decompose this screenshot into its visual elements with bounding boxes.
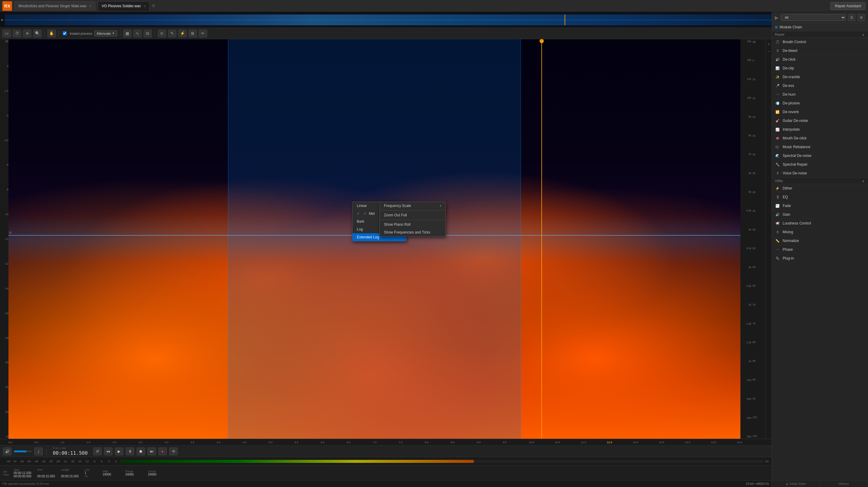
sidebar-item-mouth-de-click[interactable]: 👄 Mouth De-click — [772, 134, 868, 143]
volume-btn[interactable]: 🔊 — [3, 448, 11, 455]
attentuate-dropdown[interactable]: Attenuate ▼ — [94, 30, 117, 36]
tab-add-button[interactable]: ≡ — [152, 3, 164, 9]
time-display: h:m:s.ms 00:00:11.500 — [53, 447, 88, 456]
select-tool-button[interactable]: ▭ — [2, 30, 11, 37]
spectrogram-view-btn[interactable]: ▦ — [123, 30, 131, 37]
dither-icon: ⚡ — [775, 186, 780, 191]
vu-inf-label: -Inf — [3, 460, 10, 463]
breath-control-icon: 🎵 — [775, 39, 780, 45]
tab-mouthclicks[interactable]: Mouthclicks and Plosives Singer Male.wav… — [14, 1, 95, 11]
initial-state-tab-up-arrow: ▲ — [785, 482, 789, 486]
repair-section-header[interactable]: Repair ▲ — [772, 31, 868, 38]
tab-vo-plosives-close[interactable]: × — [144, 4, 146, 8]
sidebar-item-music-rebalance[interactable]: 🎼 Music Rebalance — [772, 143, 868, 151]
tab-vo-plosives[interactable]: VO Plosives Soldier.wav × — [98, 1, 150, 11]
sidebar-item-de-bleed[interactable]: 🎚 De-bleed — [772, 47, 868, 55]
de-clip-icon: 📊 — [775, 65, 780, 71]
module-chain-icon: ⊞ — [775, 25, 778, 29]
sm-separator-1 — [380, 210, 445, 211]
sm-show-piano-roll[interactable]: Show Piano Roll — [380, 220, 445, 229]
fade-label: Fade — [783, 204, 865, 208]
sidebar-item-guitar-de-noise[interactable]: 🎸 Guitar De-noise — [772, 117, 868, 125]
loudness-control-label: Loudness Control — [783, 221, 865, 225]
sidebar-item-de-reverb[interactable]: 🔁 De-reverb — [772, 108, 868, 117]
freq-select-button[interactable]: ≋ — [23, 30, 31, 37]
sidebar-item-de-hum[interactable]: 〰 De-hum — [772, 90, 868, 99]
right-panel-expand-icon[interactable]: ▶ — [775, 15, 778, 21]
module-filter-dropdown[interactable]: All — [781, 14, 846, 21]
ruler-btn[interactable]: ⊞ — [188, 30, 197, 37]
pencil-btn[interactable]: ✏ — [199, 30, 207, 37]
sidebar-item-de-plosive[interactable]: 💨 De-plosive — [772, 99, 868, 108]
sidebar-item-de-crackle[interactable]: ✨ De-crackle — [772, 73, 868, 82]
hand-tool-button[interactable]: ✋ — [48, 30, 56, 37]
zoom-in-icon[interactable]: + — [767, 42, 770, 47]
sidebar-item-voice-de-noise[interactable]: 🎙 Voice De-noise — [772, 169, 868, 178]
metronome-btn[interactable]: ♩ — [34, 448, 43, 455]
utility-section-header[interactable]: Utility ▲ — [772, 178, 868, 184]
sidebar-item-dither[interactable]: ⚡ Dither — [772, 184, 868, 193]
play-btn[interactable]: ▶ — [115, 448, 123, 455]
volume-slider[interactable] — [14, 451, 32, 452]
time-select-button[interactable]: ⏱ — [13, 30, 21, 37]
playhead — [541, 39, 542, 439]
repair-assistant-button[interactable]: Repair Assistant — [830, 2, 866, 10]
sidebar-item-breath-control[interactable]: 🎵 Breath Control — [772, 38, 868, 47]
loop-mode-btn[interactable]: ⟲ — [169, 448, 178, 455]
loudness-control-icon: 📢 — [775, 220, 780, 226]
dither-label: Dither — [783, 186, 865, 190]
record-btn[interactable]: ● — [158, 448, 167, 455]
waveform-view-btn[interactable]: ∿ — [133, 30, 142, 37]
zoom-out-icon[interactable]: − — [767, 49, 770, 54]
magic-wand-btn[interactable]: ⚡ — [178, 30, 187, 37]
loop-btn[interactable]: ↺ — [93, 448, 102, 455]
instant-process-checkbox[interactable] — [63, 31, 67, 35]
module-list-view-btn[interactable]: ☰ — [848, 14, 855, 21]
pause-btn[interactable]: ⏸ — [126, 448, 134, 455]
de-click-label: De-click — [783, 57, 865, 62]
info-cursor-section: Cursor 24000 — [148, 470, 165, 476]
sidebar-item-loudness-control[interactable]: 📢 Loudness Control — [772, 219, 868, 228]
right-panel-spacer — [772, 263, 868, 480]
mini-waveform[interactable]: ▶ — [0, 12, 772, 28]
sidebar-item-spectral-repair[interactable]: 🔧 Spectral Repair — [772, 160, 868, 169]
forward-btn[interactable]: ⏭ — [148, 448, 156, 455]
sm-frequency-scale-arrow: › — [440, 204, 441, 208]
sidebar-item-mixing[interactable]: 🎚 Mixing — [772, 228, 868, 237]
sidebar-item-de-click[interactable]: 🔊 De-click — [772, 55, 868, 64]
sidebar-item-phase[interactable]: 〰 Phase — [772, 245, 868, 254]
sm-frequency-scale[interactable]: Frequency Scale › — [380, 202, 445, 210]
sidebar-item-de-clip[interactable]: 📊 De-clip — [772, 64, 868, 73]
sidebar-item-eq[interactable]: 🎛 EQ — [772, 193, 868, 202]
both-view-btn[interactable]: ⊟ — [144, 30, 152, 37]
module-chain-bar[interactable]: ⊞ Module Chain — [772, 23, 868, 31]
zoom-button[interactable]: 🔍 — [33, 30, 42, 37]
sm-show-frequencies[interactable]: Show Frequencies and Ticks — [380, 229, 445, 236]
module-settings-btn[interactable]: ⚙ — [858, 14, 865, 21]
mini-waveform-expand[interactable]: ▶ — [0, 18, 5, 22]
cm-mel-label: Mel — [369, 212, 375, 216]
sidebar-item-de-ess[interactable]: 🎤 De-ess — [772, 82, 868, 90]
spectral-de-noise-icon: 🌊 — [775, 153, 780, 158]
history-tab[interactable]: History — [820, 480, 868, 487]
sidebar-item-spectral-de-noise[interactable]: 🌊 Spectral De-noise — [772, 151, 868, 160]
brush-tool-btn[interactable]: ✎ — [168, 30, 177, 37]
sidebar-item-fade[interactable]: 📉 Fade — [772, 202, 868, 210]
mini-waveform-track[interactable] — [5, 14, 772, 25]
guitar-de-noise-label: Guitar De-noise — [783, 119, 865, 123]
tab-mouthclicks-close[interactable]: × — [90, 4, 91, 8]
lasso-tool-btn[interactable]: ⊙ — [158, 30, 166, 37]
channel-label-m: M — [9, 231, 11, 235]
sidebar-item-normalize[interactable]: 📏 Normalize — [772, 237, 868, 245]
sidebar-item-plug-in[interactable]: 🔌 Plug-in — [772, 254, 868, 263]
cm-extended-log-label: Extended Log — [357, 235, 379, 239]
stop-btn[interactable]: ⏹ — [136, 448, 145, 455]
sidebar-item-gain[interactable]: 🔊 Gain — [772, 210, 868, 219]
sm-show-piano-roll-label: Show Piano Roll — [384, 222, 410, 226]
sm-zoom-out-full[interactable]: Zoom Out Full — [380, 211, 445, 219]
cm-mel-check: ✓ — [364, 212, 367, 216]
initial-state-tab[interactable]: ▲ Initial State — [772, 480, 820, 487]
guitar-de-noise-icon: 🎸 — [775, 118, 780, 123]
back-btn[interactable]: ⏮ — [104, 448, 113, 455]
sidebar-item-interpolate[interactable]: 📈 Interpolate — [772, 125, 868, 134]
